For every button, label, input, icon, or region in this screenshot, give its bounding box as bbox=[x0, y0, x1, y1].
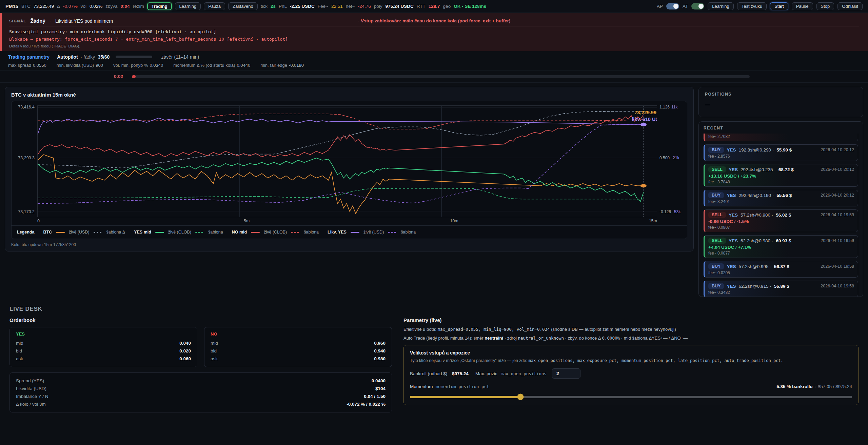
tick-label: tick bbox=[261, 4, 268, 9]
legend-no-label: NO mid bbox=[232, 230, 247, 235]
recent-panel: RECENT fee~ 2.7032 BUY YES 192.8sh@0.290… bbox=[698, 121, 863, 297]
trade-fee: fee~ 0.0205 bbox=[708, 270, 854, 275]
rows-label: · řádky bbox=[81, 54, 95, 60]
auto-trade-line: Auto Trade (šedý profil, minuta 14): smě… bbox=[403, 336, 859, 341]
legend-likv-template: šablona bbox=[401, 230, 416, 235]
pause-button[interactable]: Pause bbox=[792, 2, 813, 10]
learning-button[interactable]: Learning bbox=[708, 2, 734, 10]
signal-label: SIGNÁL bbox=[9, 19, 26, 23]
at-toggle[interactable] bbox=[691, 3, 704, 9]
x-axis: 0 5m 10m 15m bbox=[37, 217, 657, 225]
outcome-label: YES bbox=[727, 284, 736, 289]
geo-status: OK · SE 128ms bbox=[454, 4, 486, 9]
app-title: PM15 bbox=[5, 4, 18, 9]
momentum-summary: 5.85 % bankrollu ≈ $57.05 / $975.24 bbox=[776, 384, 852, 389]
no-live-swatch-icon bbox=[251, 232, 260, 233]
max-positions-label: Max. pozic bbox=[475, 371, 497, 376]
delta-vol-row: Δ kolo / vol 3m-0.072 % / 0.022 % bbox=[16, 400, 386, 408]
trade-amount: 60.93 $ bbox=[776, 238, 791, 243]
no-label: NO bbox=[211, 331, 386, 337]
param-vol-min: vol. min. pohyb %0.0340 bbox=[113, 63, 163, 68]
trade-time: 2026-04-10 20:12 bbox=[821, 167, 854, 172]
top-bar: PM15 BTC 73,225.49 Δ -0.07% vol 0.02% zb… bbox=[0, 0, 868, 13]
position-size-card: Velikost vstupů a expozice Tyto klíče ne… bbox=[403, 345, 859, 405]
liquidity-row: Likvidita (USD)$104 bbox=[16, 385, 386, 392]
imbalance-row: Imbalance Y / N0.04 / 1.50 bbox=[16, 392, 386, 400]
logout-button[interactable]: Odhlásit bbox=[837, 2, 863, 10]
start-button[interactable]: Start bbox=[770, 2, 788, 10]
momentum-slider-fill bbox=[410, 396, 520, 398]
y-right-bottom: -0.126-53k bbox=[659, 209, 680, 214]
ap-toggle[interactable] bbox=[666, 3, 679, 9]
stop-button[interactable]: Stop bbox=[816, 2, 834, 10]
mode-trading-button[interactable]: Trading bbox=[147, 2, 172, 10]
legend-yes-label: YES mid bbox=[134, 230, 151, 235]
y-tick-mid: 73,293.3 bbox=[18, 156, 35, 160]
chart-title: BTC v aktuálním 15m okně bbox=[11, 92, 687, 98]
at-toggle-knob bbox=[698, 4, 704, 9]
signal-separator: · bbox=[50, 18, 51, 24]
side-badge: BUY bbox=[708, 263, 724, 269]
asset-label: BTC bbox=[21, 4, 31, 9]
mode-zastaveno-button[interactable]: Zastaveno bbox=[228, 2, 258, 10]
trade-item[interactable]: BUY YES 192.8sh@0.290 · 55.90 $ 2026-04-… bbox=[704, 144, 858, 161]
mode-learning-button[interactable]: Learning bbox=[175, 2, 201, 10]
btc-price: 73,225.49 bbox=[34, 4, 54, 9]
trade-item-clipped[interactable]: fee~ 2.7032 bbox=[704, 134, 858, 141]
x-tick-0: 0 bbox=[37, 219, 40, 223]
trade-item[interactable]: BUY YES 57.2sh@0.995 · 56.87 $ 2026-04-1… bbox=[704, 261, 858, 278]
vol-value: 0.02% bbox=[90, 4, 102, 9]
trade-time: 2026-04-10 20:12 bbox=[821, 193, 854, 198]
y-tick-top: 73,416.4 bbox=[18, 105, 35, 109]
trade-item[interactable]: SELL YES 62.2sh@0.980 · 60.93 $ 2026-04-… bbox=[704, 235, 858, 258]
trade-time: 2026-04-10 19:59 bbox=[821, 238, 854, 243]
trade-pnl: -0.86 USDC / -1.5% bbox=[708, 219, 854, 224]
trade-item[interactable]: BUY YES 62.2sh@0.915 · 56.89 $ 2026-04-1… bbox=[704, 281, 858, 297]
param-max-spread: max spread0.0550 bbox=[8, 63, 46, 68]
max-positions-input[interactable] bbox=[552, 368, 580, 379]
chart-plot-area[interactable]: 73,229.99 likv. 610 USDC bbox=[37, 105, 657, 217]
round-progress-fill bbox=[132, 75, 136, 78]
entry-blocked-warning: · Vstup zablokován: málo času do konce k… bbox=[358, 18, 511, 23]
y-axis-right: 1.12611k 0.500-21k -0.126-53k bbox=[657, 105, 687, 217]
likv-template-swatch-icon bbox=[388, 232, 397, 233]
round-id: Kolo: btc-updown-15m-1775851200 bbox=[11, 242, 687, 247]
trade-item[interactable]: SELL YES 57.2sh@0.980 · 56.02 $ 2026-04-… bbox=[704, 209, 858, 232]
pnl-value: -2.25 USDC bbox=[290, 4, 315, 9]
yes-bid-row: bid0.020 bbox=[16, 347, 191, 355]
trade-amount: 55.56 $ bbox=[776, 193, 792, 198]
mode-pauza-button[interactable]: Pauza bbox=[204, 2, 225, 10]
trade-amount: 56.87 $ bbox=[774, 264, 789, 269]
param-min-liquidity: min. likvidita (USD)900 bbox=[57, 63, 103, 68]
momentum-slider[interactable] bbox=[410, 394, 852, 400]
y-right-top: 1.12611k bbox=[659, 105, 678, 109]
no-bid-row: bid0.940 bbox=[211, 347, 386, 355]
btc-live-swatch-icon bbox=[56, 232, 65, 233]
momentum-slider-thumb[interactable] bbox=[517, 394, 524, 400]
vol-label: vol bbox=[81, 4, 86, 9]
poly-label: poly bbox=[374, 4, 382, 9]
outcome-label: YES bbox=[729, 167, 738, 172]
bankroll-label: Bankroll (odhad $): bbox=[410, 371, 449, 376]
side-badge: SELL bbox=[708, 238, 726, 244]
yes-live-swatch-icon bbox=[155, 232, 164, 233]
live-desk-section: LIVE DESK Orderbook YES mid0.040 bid0.02… bbox=[0, 297, 868, 412]
x-tick-5m: 5m bbox=[244, 219, 250, 223]
round-progress-track bbox=[132, 75, 750, 78]
positions-empty: — bbox=[705, 101, 857, 107]
net-label: net~ bbox=[346, 4, 355, 9]
bankroll-value: $975.24 bbox=[452, 371, 469, 376]
trading-params-link[interactable]: Trading parametry bbox=[8, 54, 50, 60]
trade-item[interactable]: BUY YES 292.4sh@0.190 · 55.56 $ 2026-04-… bbox=[704, 190, 858, 206]
trade-item[interactable]: SELL YES 292.4sh@0.235 · 68.72 $ 2026-04… bbox=[704, 164, 858, 187]
fee-label: Fee~ bbox=[318, 4, 328, 9]
yes-ask-row: ask0.060 bbox=[16, 355, 191, 363]
market-stats-card: Spread (YES)0.0400 Likvidita (USD)$104 I… bbox=[9, 372, 392, 412]
ap-label: AP bbox=[657, 4, 663, 9]
trade-fee: fee~ 2.7032 bbox=[708, 134, 854, 139]
rtt-label: RTT bbox=[417, 4, 426, 9]
test-sound-button[interactable]: Test zvuku bbox=[737, 2, 767, 10]
related-params-line: Související parametry: min_orderbook_liq… bbox=[9, 29, 859, 34]
param-fair-edge: min. fair edge-0.0180 bbox=[260, 63, 304, 68]
round-elapsed-time: 0:02 bbox=[114, 74, 123, 79]
